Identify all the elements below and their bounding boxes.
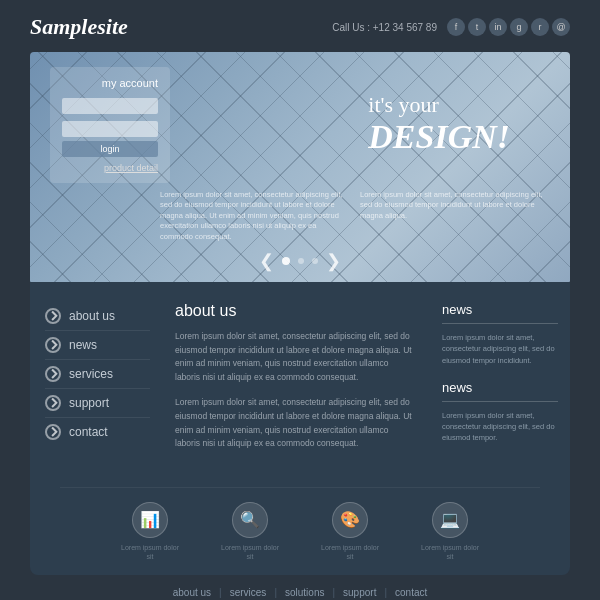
social-icon-googleplus[interactable]: g [510, 18, 528, 36]
nav-label-services: services [69, 367, 113, 381]
hero-text-block-1: Lorem ipsum dolor sit amet, consectetur … [160, 190, 350, 243]
icon-item-chart: 📊 Lorem ipsum dolor sit [120, 502, 180, 561]
computer-icon[interactable]: 💻 [432, 502, 468, 538]
footer-links: about us | services | solutions | suppor… [30, 587, 570, 598]
password-input[interactable] [62, 121, 158, 137]
nav-bullet-services [45, 366, 61, 382]
about-para-2: Lorem ipsum dolor sit amet, consectetur … [175, 396, 415, 450]
nav-bullet-contact [45, 424, 61, 440]
sidebar-item-contact[interactable]: contact [45, 418, 150, 446]
icon-label-design: Lorem ipsum dolor sit [320, 543, 380, 561]
sidebar-nav: about us news services support contact [30, 282, 160, 483]
social-icon-mail[interactable]: @ [552, 18, 570, 36]
news-text-1: Lorem ipsum dolor sit amet, consectetur … [442, 332, 558, 366]
hero-nav: ❮ ❯ [259, 250, 341, 272]
username-input[interactable] [62, 98, 158, 114]
login-button[interactable]: login [62, 141, 158, 157]
site-title: Samplesite [30, 14, 128, 40]
icon-label-chart: Lorem ipsum dolor sit [120, 543, 180, 561]
icon-item-search: 🔍 Lorem ipsum dolor sit [220, 502, 280, 561]
footer-link-solutions[interactable]: solutions [277, 587, 332, 598]
sidebar-item-services[interactable]: services [45, 360, 150, 389]
news-column: news Lorem ipsum dolor sit amet, consect… [430, 282, 570, 483]
footer-link-support[interactable]: support [335, 587, 384, 598]
sidebar-item-support[interactable]: support [45, 389, 150, 418]
social-icon-twitter[interactable]: t [468, 18, 486, 36]
about-section: about us Lorem ipsum dolor sit amet, con… [160, 282, 430, 483]
social-icon-rss[interactable]: r [531, 18, 549, 36]
news-text-2: Lorem ipsum dolor sit amet, consectetur … [442, 410, 558, 444]
about-para-1: Lorem ipsum dolor sit amet, consectetur … [175, 330, 415, 384]
content-inner: about us news services support contact a… [30, 282, 570, 483]
call-us-text: Call Us : +12 34 567 89 [332, 22, 437, 33]
nav-label-support: support [69, 396, 109, 410]
hero-next-arrow[interactable]: ❯ [326, 250, 341, 272]
footer-link-services[interactable]: services [222, 587, 275, 598]
icon-item-computer: 💻 Lorem ipsum dolor sit [420, 502, 480, 561]
nav-bullet-news [45, 337, 61, 353]
hero-slider: my account login product detail it's you… [30, 52, 570, 282]
hero-headline-part1: it's your [368, 92, 510, 118]
main-content: about us news services support contact a… [30, 282, 570, 575]
news-divider-2 [442, 401, 558, 402]
login-box-title: my account [62, 77, 158, 89]
nav-label-about: about us [69, 309, 115, 323]
design-icon[interactable]: 🎨 [332, 502, 368, 538]
footer-link-contact[interactable]: contact [387, 587, 435, 598]
nav-label-news: news [69, 338, 97, 352]
header: Samplesite Call Us : +12 34 567 89 f t i… [0, 0, 600, 52]
hero-content-area: Lorem ipsum dolor sit amet, consectetur … [160, 190, 550, 243]
hero-prev-arrow[interactable]: ❮ [259, 250, 274, 272]
search-icon[interactable]: 🔍 [232, 502, 268, 538]
hero-dot-1[interactable] [282, 257, 290, 265]
hero-text-block-2: Lorem ipsum dolor sit amet, consectetur … [360, 190, 550, 243]
news-title-2: news [442, 380, 558, 395]
nav-bullet-support [45, 395, 61, 411]
news-divider-1 [442, 323, 558, 324]
header-right: Call Us : +12 34 567 89 f t in g r @ [332, 18, 570, 36]
footer: about us | services | solutions | suppor… [0, 575, 600, 600]
nav-label-contact: contact [69, 425, 108, 439]
sidebar-item-news[interactable]: news [45, 331, 150, 360]
social-icon-linkedin[interactable]: in [489, 18, 507, 36]
hero-headline: it's your DESIGN! [368, 92, 510, 155]
icon-label-search: Lorem ipsum dolor sit [220, 543, 280, 561]
hero-dot-2[interactable] [298, 258, 304, 264]
icon-item-design: 🎨 Lorem ipsum dolor sit [320, 502, 380, 561]
hero-login-box: my account login product detail [50, 67, 170, 183]
nav-bullet-about [45, 308, 61, 324]
icon-row: 📊 Lorem ipsum dolor sit 🔍 Lorem ipsum do… [60, 487, 540, 575]
about-section-title: about us [175, 302, 415, 320]
sidebar-item-about-us[interactable]: about us [45, 302, 150, 331]
hero-headline-part2: DESIGN! [368, 118, 510, 155]
chart-icon[interactable]: 📊 [132, 502, 168, 538]
social-icons-group: f t in g r @ [447, 18, 570, 36]
social-icon-facebook[interactable]: f [447, 18, 465, 36]
hero-dot-3[interactable] [312, 258, 318, 264]
footer-link-about[interactable]: about us [165, 587, 219, 598]
product-detail-link[interactable]: product detail [62, 163, 158, 173]
icon-label-computer: Lorem ipsum dolor sit [420, 543, 480, 561]
news-title-1: news [442, 302, 558, 317]
